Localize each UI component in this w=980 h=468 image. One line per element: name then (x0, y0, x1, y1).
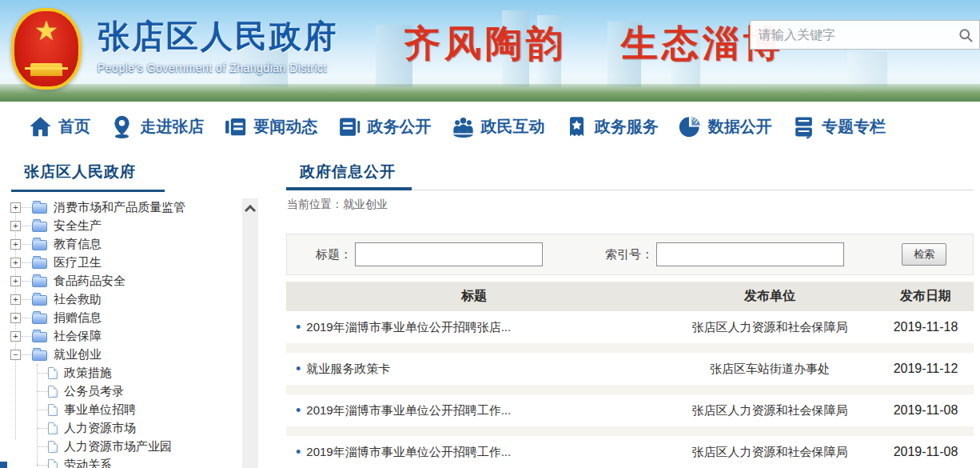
expand-icon[interactable]: + (10, 276, 21, 286)
tree-item-label: 社会保障 (54, 329, 102, 344)
expand-icon[interactable]: + (10, 221, 21, 231)
tab-gov-info-disclosure[interactable]: 政府信息公开 (300, 162, 396, 182)
tree-folder-item[interactable]: +捐赠信息 (10, 309, 241, 327)
nav-item-label: 政务公开 (367, 116, 431, 138)
header-banner: ★ 张店区人民政府 People's Government of Zhangdi… (0, 0, 980, 102)
search-icon[interactable] (952, 21, 979, 49)
tree-leaf-item[interactable]: 人力资源市场产业园 (10, 438, 241, 456)
folder-icon (32, 240, 47, 250)
tree-item-label: 人力资源市场产业园 (64, 439, 172, 454)
expand-icon[interactable]: + (10, 313, 21, 323)
nav-item-interaction[interactable]: 政民互动 (451, 114, 545, 139)
site-search-box (750, 20, 980, 50)
site-subtitle: People's Government of Zhangdian Distric… (98, 62, 338, 74)
tree-connector (37, 391, 48, 392)
row-publisher: 张店区车站街道办事处 (662, 362, 878, 377)
row-title[interactable]: •2019年淄博市事业单位公开招聘张店... (286, 320, 662, 335)
file-icon (48, 386, 58, 398)
tree-folder-item[interactable]: +社会救助 (10, 290, 241, 309)
file-icon (48, 422, 58, 434)
tree-connector (37, 465, 48, 466)
category-tree: +消费市场和产品质量监管+安全生产+教育信息+医疗卫生+食品药品安全+社会救助+… (0, 198, 241, 468)
tree-folder-item[interactable]: +医疗卫生 (10, 254, 241, 272)
site-title: 张店区人民政府 (98, 14, 338, 58)
row-publisher: 张店区人力资源和社会保障局 (662, 403, 878, 418)
pie-chart-icon (678, 114, 703, 139)
scroll-up-icon[interactable] (245, 204, 254, 213)
nav-item-label: 政务服务 (595, 116, 659, 138)
tree-connector (22, 299, 31, 300)
site-search-input[interactable] (751, 21, 952, 49)
collapse-icon[interactable]: − (10, 350, 21, 360)
ribbon-star-icon (564, 114, 589, 139)
tree-connector (37, 446, 48, 447)
tree-item-label: 人力资源市场 (64, 421, 136, 436)
table-header: 标题 发布单位 发布日期 (286, 282, 974, 311)
tree-scrollbar[interactable] (242, 198, 258, 468)
expand-icon[interactable]: + (10, 331, 21, 342)
folder-icon (32, 277, 47, 287)
tree-leaf-item[interactable]: 政策措施 (10, 364, 241, 382)
tree-folder-item[interactable]: +消费市场和产品质量监管 (10, 198, 241, 217)
page: ★ 张店区人民政府 People's Government of Zhangdi… (0, 0, 980, 468)
nav-item-home[interactable]: 首页 (28, 114, 90, 139)
expand-icon[interactable]: + (10, 258, 21, 268)
row-date: 2019-11-08 (878, 403, 974, 418)
file-icon (48, 367, 58, 379)
tree-children: 政策措施公务员考录事业单位招聘人力资源市场人力资源市场产业园劳动关系 (10, 364, 241, 468)
nav-item-label: 数据公开 (708, 116, 772, 138)
table-row[interactable]: •就业服务政策卡张店区车站街道办事处2019-11-12 (286, 353, 974, 394)
main-nav: 首页走进张店要闻动态政务公开政民互动政务服务数据公开专题专栏 (0, 102, 980, 152)
tree-leaf-item[interactable]: 事业单位招聘 (10, 401, 241, 419)
table-row[interactable]: •2019年淄博市事业单位公开招聘工作...张店区人力资源和社会保障局2019-… (286, 394, 974, 436)
sidebar: 张店区人民政府 +消费市场和产品质量监管+安全生产+教育信息+医疗卫生+食品药品… (0, 152, 261, 468)
table-row[interactable]: •2019年淄博市事业单位公开招聘工作...张店区人力资源和社会保障局2019-… (286, 436, 974, 468)
row-title[interactable]: •2019年淄博市事业单位公开招聘工作... (286, 445, 662, 460)
tree-folder-item[interactable]: +教育信息 (10, 235, 241, 254)
title-filter-input[interactable] (355, 242, 543, 266)
tree-item-label: 医疗卫生 (54, 255, 102, 270)
bullet-icon: • (296, 320, 301, 334)
row-date: 2019-11-18 (878, 320, 974, 334)
tree-leaf-item[interactable]: 劳动关系 (10, 456, 241, 468)
expand-icon[interactable]: + (10, 202, 21, 213)
nav-item-services[interactable]: 政务服务 (564, 114, 659, 139)
document-icon (337, 114, 361, 139)
table-row[interactable]: •2019年淄博市事业单位公开招聘张店...张店区人力资源和社会保障局2019-… (286, 311, 974, 353)
folder-icon (32, 332, 47, 342)
folder-icon (32, 258, 47, 269)
index-filter-input[interactable] (656, 242, 844, 266)
column-header-title: 标题 (286, 288, 662, 305)
tree-item-label: 劳动关系 (64, 458, 112, 468)
tree-leaf-item[interactable]: 公务员考录 (10, 382, 241, 401)
nav-item-news[interactable]: 要闻动态 (223, 114, 317, 139)
main-panel: 政府信息公开 当前位置：就业创业 标题： 索引号： 检索 标题 发布单位 发布日… (286, 152, 974, 468)
row-title[interactable]: •2019年淄博市事业单位公开招聘工作... (286, 403, 662, 418)
retrieve-button[interactable]: 检索 (902, 243, 946, 266)
nav-item-topics[interactable]: 专题专栏 (791, 114, 886, 139)
tree-connector (37, 373, 48, 374)
tree-folder-item[interactable]: +社会保障 (10, 327, 241, 346)
tree-folder-item[interactable]: +食品药品安全 (10, 272, 241, 290)
folder-icon (32, 203, 47, 214)
row-title[interactable]: •就业服务政策卡 (286, 362, 662, 377)
tree-folder-item[interactable]: +安全生产 (10, 217, 241, 235)
tab-underline (286, 187, 412, 190)
expand-icon[interactable]: + (10, 239, 21, 250)
tree-folder-item[interactable]: −就业创业 (10, 346, 241, 364)
nav-item-about[interactable]: 走进张店 (110, 114, 204, 139)
bullet-icon: • (296, 362, 301, 376)
file-icon (48, 441, 58, 453)
index-filter-label: 索引号： (605, 247, 653, 262)
column-header-publisher: 发布单位 (662, 288, 878, 305)
tree-item-label: 消费市场和产品质量监管 (54, 200, 185, 215)
people-icon (451, 114, 476, 139)
tree-leaf-item[interactable]: 人力资源市场 (10, 419, 241, 438)
nav-item-data[interactable]: 数据公开 (678, 114, 772, 139)
site-logo-link[interactable]: ★ 张店区人民政府 People's Government of Zhangdi… (11, 8, 338, 90)
breadcrumb: 当前位置：就业创业 (287, 198, 388, 212)
file-icon (48, 404, 58, 416)
sidebar-title-underline (11, 190, 165, 192)
nav-item-gov-info[interactable]: 政务公开 (337, 114, 431, 139)
expand-icon[interactable]: + (10, 294, 21, 305)
